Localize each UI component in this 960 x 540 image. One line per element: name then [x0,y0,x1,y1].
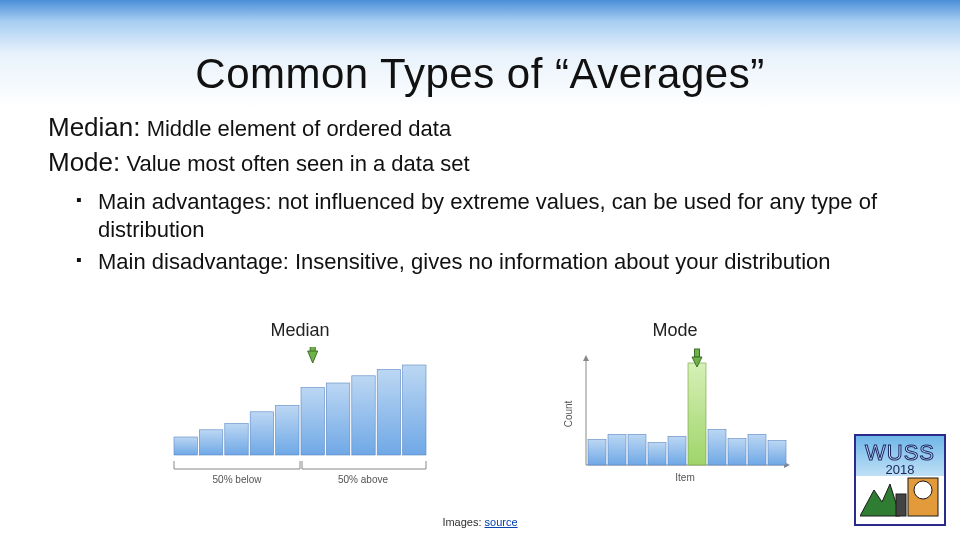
svg-rect-24 [708,429,726,465]
svg-rect-23 [688,363,706,465]
svg-text:Count: Count [563,400,574,427]
mode-chart-svg: CountItem [560,347,790,487]
svg-rect-1 [199,430,222,455]
svg-rect-8 [377,370,400,456]
source-link[interactable]: source [485,516,518,528]
median-chart: Median 50% below50% above [170,320,430,487]
svg-rect-20 [628,434,646,465]
mode-chart-title: Mode [652,320,697,341]
svg-rect-5 [301,388,324,456]
svg-rect-35 [896,494,906,516]
median-chart-title: Median [270,320,329,341]
image-caption: Images: source [0,516,960,528]
slide: Common Types of “Averages” Median: Middl… [0,0,960,540]
svg-text:Item: Item [675,472,694,483]
median-desc: Middle element of ordered data [147,116,452,141]
svg-rect-6 [326,383,349,455]
svg-rect-22 [668,436,686,465]
svg-rect-26 [748,434,766,465]
svg-point-33 [914,481,932,499]
mode-desc: Value most often seen in a data set [126,151,469,176]
slide-title: Common Types of “Averages” [0,50,960,98]
svg-rect-9 [403,365,426,455]
svg-rect-19 [608,434,626,465]
median-chart-svg: 50% below50% above [170,347,430,487]
svg-rect-7 [352,376,375,455]
svg-marker-34 [860,484,900,516]
logo-art-icon [860,472,944,520]
bullet-item: Main advantages: not influenced by extre… [76,188,912,244]
svg-text:50% above: 50% above [338,474,388,485]
svg-rect-2 [225,424,248,456]
wuss-logo: WUSS 2018 [854,434,946,526]
mode-chart: Mode CountItem [560,320,790,487]
definition-median: Median: Middle element of ordered data [48,112,912,143]
slide-body: Median: Middle element of ordered data M… [48,112,912,280]
median-term: Median: [48,112,141,142]
svg-marker-11 [308,351,318,363]
svg-rect-18 [588,440,606,466]
svg-marker-16 [583,355,589,361]
svg-rect-4 [276,406,299,456]
svg-rect-27 [768,441,786,465]
svg-rect-3 [250,412,273,455]
caption-prefix: Images: [442,516,484,528]
mode-term: Mode: [48,147,120,177]
svg-rect-25 [728,438,746,465]
svg-text:50% below: 50% below [213,474,263,485]
bullet-item: Main disadvantage: Insensitive, gives no… [76,248,912,276]
svg-rect-28 [695,349,700,357]
definition-mode: Mode: Value most often seen in a data se… [48,147,912,178]
charts-row: Median 50% below50% above Mode CountItem [0,320,960,487]
bullet-list: Main advantages: not influenced by extre… [76,188,912,276]
svg-rect-21 [648,443,666,465]
svg-rect-0 [174,437,197,455]
